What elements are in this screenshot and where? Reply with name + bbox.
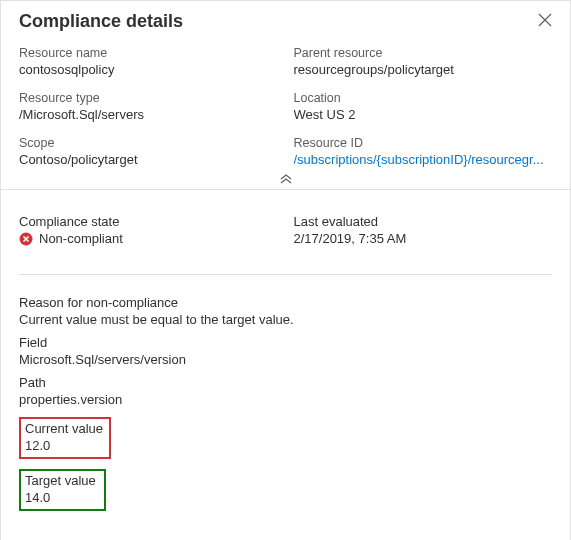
location-label: Location: [294, 91, 553, 105]
current-value-label: Current value: [25, 421, 103, 436]
panel-title: Compliance details: [19, 11, 183, 32]
close-icon: [538, 13, 552, 30]
field-block: Field Microsoft.Sql/servers/version: [19, 335, 552, 367]
compliance-state-value: Non-compliant: [39, 231, 123, 246]
path-label: Path: [19, 375, 552, 390]
parent-resource-field: Parent resource resourcegroups/policytar…: [294, 46, 553, 77]
path-value: properties.version: [19, 392, 552, 407]
location-field: Location West US 2: [294, 91, 553, 122]
field-value: Microsoft.Sql/servers/version: [19, 352, 552, 367]
scope-field: Scope Contoso/policytarget: [19, 136, 278, 167]
scope-label: Scope: [19, 136, 278, 150]
collapse-toggle[interactable]: [1, 167, 570, 190]
last-evaluated-label: Last evaluated: [294, 214, 553, 229]
resource-name-value: contososqlpolicy: [19, 62, 278, 77]
scope-value: Contoso/policytarget: [19, 152, 278, 167]
details-grid: Resource name contososqlpolicy Parent re…: [1, 38, 570, 167]
resource-type-value: /Microsoft.Sql/servers: [19, 107, 278, 122]
parent-resource-value: resourcegroups/policytarget: [294, 62, 553, 77]
location-value: West US 2: [294, 107, 553, 122]
resource-id-link[interactable]: /subscriptions/{subscriptionID}/resource…: [294, 152, 553, 167]
path-block: Path properties.version: [19, 375, 552, 407]
resource-type-field: Resource type /Microsoft.Sql/servers: [19, 91, 278, 122]
panel-header: Compliance details: [1, 1, 570, 38]
resource-id-label: Resource ID: [294, 136, 553, 150]
current-value-box: Current value 12.0: [19, 417, 111, 459]
compliance-state-label: Compliance state: [19, 214, 278, 229]
field-label: Field: [19, 335, 552, 350]
reason-heading: Reason for non-compliance: [19, 295, 552, 310]
compliance-summary: Compliance state Non-compliant Last eval…: [1, 190, 570, 256]
reason-text: Current value must be equal to the targe…: [19, 312, 552, 327]
reason-heading-block: Reason for non-compliance Current value …: [19, 295, 552, 327]
current-value: 12.0: [25, 438, 103, 453]
resource-name-label: Resource name: [19, 46, 278, 60]
target-value-label: Target value: [25, 473, 96, 488]
chevron-up-double-icon: [279, 173, 293, 187]
error-icon: [19, 232, 33, 246]
close-button[interactable]: [534, 11, 556, 32]
last-evaluated-field: Last evaluated 2/17/2019, 7:35 AM: [294, 214, 553, 246]
compliance-details-panel: Compliance details Resource name contoso…: [0, 0, 571, 540]
resource-type-label: Resource type: [19, 91, 278, 105]
target-value: 14.0: [25, 490, 96, 505]
last-evaluated-value: 2/17/2019, 7:35 AM: [294, 231, 553, 246]
reason-section: Reason for non-compliance Current value …: [1, 275, 570, 511]
resource-name-field: Resource name contososqlpolicy: [19, 46, 278, 77]
compliance-state-field: Compliance state Non-compliant: [19, 214, 278, 246]
resource-id-field: Resource ID /subscriptions/{subscription…: [294, 136, 553, 167]
parent-resource-label: Parent resource: [294, 46, 553, 60]
target-value-box: Target value 14.0: [19, 469, 106, 511]
